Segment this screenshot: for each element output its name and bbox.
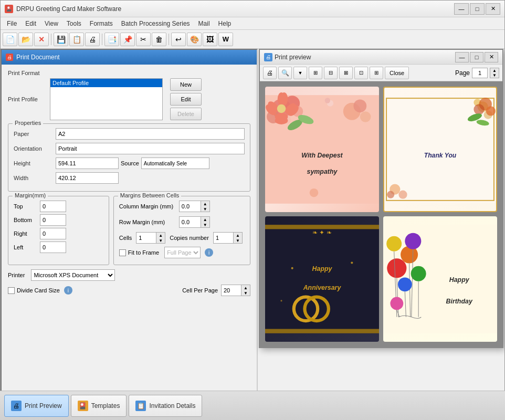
toolbar-print-doc[interactable]: 🖨: [85, 33, 100, 46]
cells-row: Cells ▲ ▼ Copies number: [119, 232, 245, 244]
svg-point-47: [280, 300, 282, 301]
toolbar-image[interactable]: 🖼: [203, 33, 217, 46]
close-button[interactable]: ✕: [486, 3, 500, 15]
svg-text:Anniversary: Anniversary: [303, 284, 342, 291]
menu-formats[interactable]: Formats: [86, 19, 117, 28]
page-spin-down[interactable]: ▼: [490, 73, 499, 78]
menu-view[interactable]: View: [40, 19, 62, 28]
page-input[interactable]: [472, 68, 488, 78]
info-icon[interactable]: i: [205, 248, 213, 257]
source-input[interactable]: [141, 158, 209, 169]
view-2-btn[interactable]: ⊟: [324, 67, 338, 79]
cells-spin-up[interactable]: ▲: [156, 233, 165, 238]
profile-list[interactable]: Default Profile: [50, 78, 163, 120]
toolbar-delete[interactable]: 🗑: [152, 33, 166, 46]
maximize-button[interactable]: □: [470, 3, 485, 15]
taskbar-print-preview[interactable]: 🖨 Print Preview: [4, 395, 69, 417]
page-spin-up[interactable]: ▲: [490, 68, 499, 73]
divide-info-icon[interactable]: i: [64, 286, 72, 295]
cells-input[interactable]: [136, 233, 156, 243]
print-profile-row: Print Profile Default Profile New Edit D…: [8, 78, 250, 120]
preview-minimize-btn[interactable]: —: [455, 52, 469, 62]
bottom-input[interactable]: [40, 214, 66, 226]
column-margin-input[interactable]: [180, 201, 201, 212]
profile-item-default[interactable]: Default Profile: [50, 79, 162, 87]
orientation-input[interactable]: [56, 143, 245, 154]
toolbar-undo[interactable]: ↩: [171, 33, 186, 46]
svg-text:Thank You: Thank You: [424, 152, 457, 159]
preview-maximize-btn[interactable]: □: [470, 52, 483, 62]
svg-point-61: [411, 266, 426, 281]
height-input[interactable]: [56, 158, 119, 169]
menu-mail[interactable]: Mail: [194, 19, 214, 28]
toolbar-paste[interactable]: 📌: [120, 33, 135, 46]
printer-select[interactable]: Microsoft XPS Document: [31, 269, 115, 281]
divide-cpp-row: Divide Card Size i Cell Per Page ▲ ▼: [8, 284, 250, 297]
full-page-select[interactable]: Full Page: [164, 247, 201, 258]
new-profile-button[interactable]: New: [170, 78, 202, 91]
cpp-spin-down[interactable]: ▼: [241, 290, 250, 296]
menu-help[interactable]: Help: [214, 19, 236, 28]
menu-batch[interactable]: Batch Processing Series: [117, 19, 194, 28]
toolbar-new[interactable]: 📄: [3, 33, 17, 46]
paper-input[interactable]: [56, 128, 245, 140]
view-1-btn[interactable]: ⊞: [309, 67, 322, 79]
menu-edit[interactable]: Edit: [21, 19, 40, 28]
taskbar-invitation[interactable]: 📋 Invitation Details: [129, 395, 202, 417]
menu-tools[interactable]: Tools: [62, 19, 86, 28]
fit-to-frame-row: Fit to Frame Full Page i: [119, 247, 245, 258]
zoom-tool-btn[interactable]: 🔍: [278, 67, 292, 79]
copies-input[interactable]: [214, 233, 233, 243]
divide-card-checkbox[interactable]: [8, 287, 15, 294]
print-tool-btn[interactable]: 🖨: [263, 67, 277, 79]
menu-file[interactable]: File: [3, 19, 21, 28]
row-spin-down[interactable]: ▼: [201, 222, 209, 227]
left-input[interactable]: [40, 242, 66, 253]
minimize-button[interactable]: —: [454, 3, 469, 15]
preview-close-btn[interactable]: ✕: [485, 52, 498, 62]
delete-profile-button[interactable]: Delete: [170, 108, 202, 120]
top-input[interactable]: [40, 201, 66, 212]
title-bar: 🎴 DRPU Greeting Card Maker Software — □ …: [1, 1, 504, 17]
toolbar-cut[interactable]: ✂: [136, 33, 151, 46]
svg-point-55: [386, 236, 402, 251]
cpp-spin-up[interactable]: ▲: [241, 285, 250, 290]
row-margin-input[interactable]: [180, 217, 201, 227]
cells-spin-down[interactable]: ▼: [156, 238, 165, 243]
app-icon: 🎴: [5, 5, 13, 13]
top-margin-row: Top: [14, 201, 103, 212]
view-3-btn[interactable]: ⊠: [339, 67, 353, 79]
svg-point-45: [291, 267, 293, 269]
toolbar-color[interactable]: 🎨: [187, 33, 202, 46]
cpp-input[interactable]: [222, 285, 241, 296]
preview-close-toolbar-btn[interactable]: Close: [385, 67, 409, 79]
row-spin-up[interactable]: ▲: [201, 217, 209, 222]
copies-spin-down[interactable]: ▼: [234, 238, 242, 243]
birthday-card: Happy Birthday: [383, 216, 497, 342]
toolbar-close[interactable]: ✕: [34, 33, 49, 46]
paper-label: Paper: [14, 131, 56, 137]
copies-spin-up[interactable]: ▲: [234, 233, 242, 238]
edit-profile-button[interactable]: Edit: [170, 93, 202, 106]
column-spin-up[interactable]: ▲: [201, 201, 209, 206]
toolbar-text[interactable]: W: [218, 33, 233, 46]
fit-to-frame-checkbox[interactable]: [119, 249, 126, 256]
toolbar-copy[interactable]: 📑: [104, 33, 119, 46]
right-label: Right: [14, 230, 38, 237]
copies-spinbox-arrows: ▲ ▼: [233, 233, 242, 243]
toolbar-open[interactable]: 📂: [18, 33, 33, 46]
view-4-btn[interactable]: ⊡: [354, 67, 368, 79]
cell-per-page-row: Cell Per Page ▲ ▼: [182, 285, 250, 296]
preview-toolbar: 🖨 🔍 ▼ ⊞ ⊟ ⊠ ⊡ ⊞ Close Page ▲ ▼: [260, 65, 502, 81]
column-spin-down[interactable]: ▼: [201, 206, 209, 212]
zoom-dropdown-btn[interactable]: ▼: [293, 67, 307, 79]
column-spinbox-arrows: ▲ ▼: [201, 201, 209, 212]
toolbar-save-all[interactable]: 📋: [69, 33, 84, 46]
toolbar-save[interactable]: 💾: [54, 33, 68, 46]
birthday-svg: Happy Birthday: [383, 216, 497, 342]
width-input[interactable]: [56, 172, 119, 184]
taskbar-templates[interactable]: 🎴 Templates: [71, 395, 127, 417]
right-input[interactable]: [40, 228, 66, 239]
svg-point-51: [387, 258, 406, 278]
view-5-btn[interactable]: ⊞: [370, 67, 383, 79]
